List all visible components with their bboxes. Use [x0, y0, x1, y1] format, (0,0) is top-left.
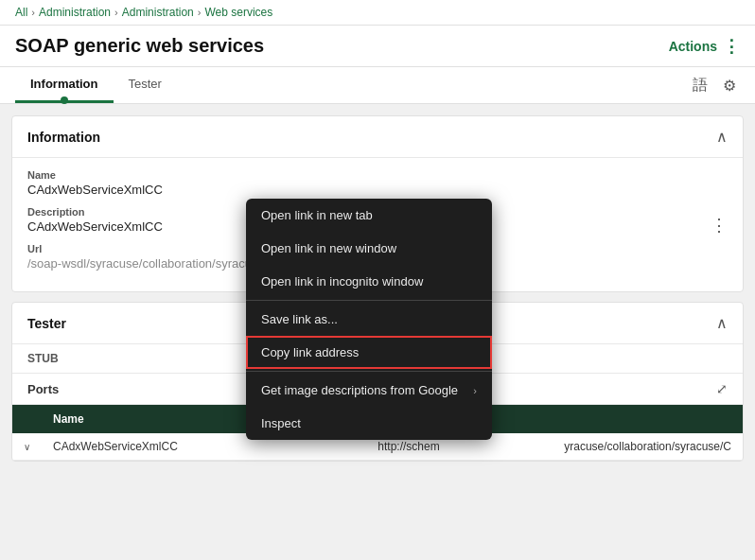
tabs-list: Information Tester: [15, 67, 177, 103]
context-menu-item-new-window[interactable]: Open link in new window: [246, 232, 492, 265]
settings-icon: ⚙: [723, 78, 736, 94]
information-collapse-button[interactable]: ∧: [716, 128, 728, 146]
ports-label: Ports: [27, 382, 59, 396]
actions-button[interactable]: Actions ⋮: [669, 36, 740, 57]
information-section-header: Information ∧: [12, 116, 743, 158]
field-options-button[interactable]: ⋮: [711, 217, 728, 234]
page-header: SOAP generic web services Actions ⋮: [0, 26, 755, 67]
breadcrumb-admin1[interactable]: Administration: [39, 6, 111, 19]
information-section-title: Information: [27, 130, 100, 145]
tab-icons: 語 ⚙: [689, 72, 740, 99]
filter-icon-button[interactable]: 語: [689, 72, 711, 99]
row-chevron: ∨: [12, 433, 42, 461]
breadcrumb-webservices[interactable]: Web services: [204, 6, 272, 19]
filter-icon: 語: [693, 77, 708, 93]
tab-information[interactable]: Information: [15, 67, 114, 103]
tester-collapse-button[interactable]: ∧: [716, 314, 728, 332]
context-menu-item-save-link[interactable]: Save link as...: [246, 303, 492, 336]
col-header-url: [553, 405, 743, 433]
context-menu-item-copy-link[interactable]: Copy link address: [246, 336, 492, 369]
context-menu-item-image-descriptions[interactable]: Get image descriptions from Google ›: [246, 374, 492, 407]
settings-icon-button[interactable]: ⚙: [719, 73, 740, 98]
breadcrumb-sep-1: ›: [31, 7, 35, 18]
breadcrumb-admin2[interactable]: Administration: [122, 6, 194, 19]
col-header-chevron: [12, 405, 42, 433]
tabs-bar: Information Tester 語 ⚙: [0, 67, 755, 104]
breadcrumb: All › Administration › Administration › …: [0, 0, 755, 26]
context-menu-item-incognito[interactable]: Open link in incognito window: [246, 265, 492, 298]
tab-tester[interactable]: Tester: [114, 67, 177, 103]
context-menu-item-new-tab[interactable]: Open link in new tab: [246, 199, 492, 232]
breadcrumb-sep-3: ›: [198, 7, 202, 18]
name-field-group: Name CAdxWebServiceXmlCC: [27, 169, 728, 197]
breadcrumb-all[interactable]: All: [15, 6, 27, 19]
actions-dots-icon: ⋮: [723, 36, 740, 57]
page-title: SOAP generic web services: [15, 35, 264, 57]
context-menu-separator-1: [246, 300, 492, 301]
name-label: Name: [27, 169, 728, 181]
context-menu-separator-2: [246, 371, 492, 372]
submenu-arrow-icon: ›: [473, 385, 477, 396]
actions-label: Actions: [669, 39, 717, 54]
tester-section-title: Tester: [27, 316, 66, 331]
context-menu: Open link in new tab Open link in new wi…: [246, 199, 492, 440]
expand-icon: ⤢: [716, 381, 728, 396]
name-value: CAdxWebServiceXmlCC: [27, 183, 728, 197]
context-menu-item-inspect[interactable]: Inspect: [246, 407, 492, 440]
row-url: yracuse/collaboration/syracuse/C: [553, 433, 743, 461]
breadcrumb-sep-2: ›: [114, 7, 118, 18]
